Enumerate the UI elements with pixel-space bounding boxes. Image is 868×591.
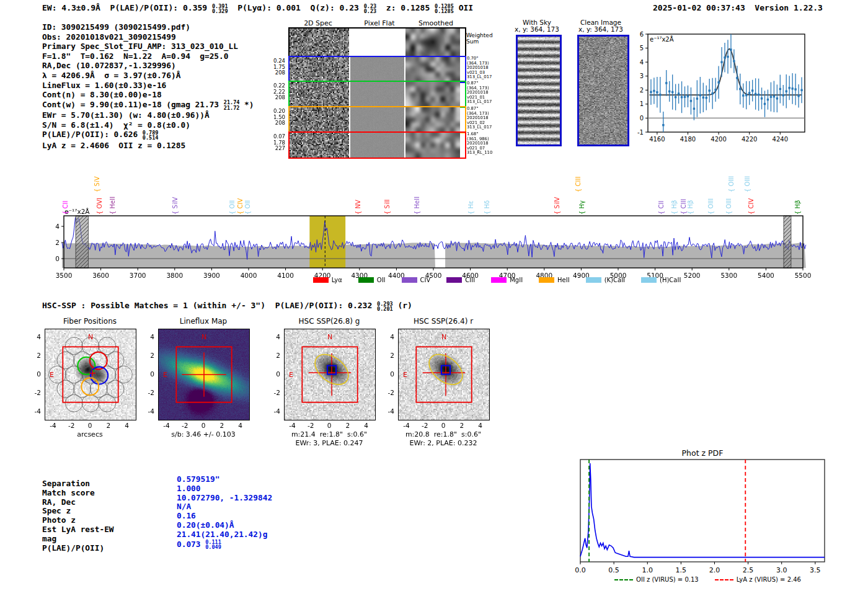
svg-text:4000: 4000 — [241, 272, 257, 279]
spectral-line-legend: LyαOIICIVCIIIMgIIHeII(K)CaII(H)CaII — [267, 277, 738, 283]
y-tick-label: -2 — [384, 389, 394, 396]
svg-text:2: 2 — [55, 239, 60, 246]
svg-text:2.0: 2.0 — [709, 566, 720, 574]
svg-text:N: N — [202, 333, 206, 341]
legend-swatch — [539, 277, 554, 283]
info-line: F=1.8" T=0.162 N=1.22 A=0.94 g=25.0 — [42, 51, 254, 61]
svg-text:{ OII: { OII — [229, 200, 236, 215]
x-tick-label: 2 — [104, 422, 113, 429]
svg-text:3700: 3700 — [130, 272, 146, 279]
svg-text:5500: 5500 — [795, 272, 812, 279]
spec2d-row-left-labels: 0.201.50208 — [264, 109, 285, 127]
legend-label: CIV — [420, 277, 431, 283]
cutout-xlabel: s/b: 3.46 +/- 0.103 — [171, 430, 236, 438]
y-tick-label: -4 — [31, 407, 41, 415]
svg-text:3500: 3500 — [56, 272, 73, 279]
stacked-fraction: 21.7421.72 — [224, 100, 240, 110]
svg-text:{ OIII: { OIII — [728, 176, 735, 192]
match-row-value: 21.41(21.40,21.42)g — [177, 530, 272, 540]
fraction-lower: 0.049 — [205, 544, 221, 550]
clean-image — [577, 35, 629, 146]
x-tick-label: 0 — [438, 422, 448, 429]
info-line: RA,Dec (10.072837,-1.329996) — [42, 61, 254, 71]
match-row-value: 0.20(±0.04)Å — [177, 521, 272, 530]
full-spectrum-plot: 0243500360037003800390040004100420043004… — [0, 158, 868, 288]
text-segment: RA,Dec (10.072837,-1.329996) — [42, 61, 176, 70]
y-tick-label: 2 — [144, 352, 154, 359]
weighted-sum-line: Sum — [466, 38, 493, 45]
smoothed-image — [405, 82, 460, 107]
fraction-lower: 21.72 — [224, 105, 240, 111]
legend-item: (K)CaII — [586, 277, 625, 283]
match-row-label: Separation — [42, 479, 114, 489]
match-row-label: mag — [42, 535, 114, 544]
summary-stats-line: EW: 4.3±0.9Å P(LAE)/P(OII): 0.359 0.3910… — [42, 3, 473, 14]
pixel-flat-image — [350, 133, 404, 158]
match-row-value: 1.000 — [177, 484, 272, 494]
photz-legend-swatch — [715, 579, 733, 580]
x-tick-label: 2 — [457, 422, 467, 429]
stacked-fraction: 0.7890.514 — [143, 130, 159, 141]
legend-swatch — [641, 277, 657, 283]
legend-swatch — [358, 277, 374, 283]
match-row-label: Spec z — [42, 507, 114, 516]
y-tick-label: 2 — [31, 352, 41, 359]
photz-legend-label: LyA z (VIRUS) = 2.46 — [737, 576, 801, 583]
legend-swatch — [313, 277, 329, 283]
svg-text:6: 6 — [640, 31, 644, 38]
text-segment: LineFlux = 1.60(±0.33)e-16 — [42, 81, 166, 90]
svg-text:{ CIV: { CIV — [748, 198, 755, 215]
x-tick-label: -2 — [180, 422, 190, 429]
svg-text:{ CIII: { CIII — [575, 177, 582, 192]
svg-text:0: 0 — [640, 115, 644, 122]
right-label-line: 313_LL_017 — [467, 75, 492, 80]
photz-legend-swatch — [614, 579, 633, 580]
x-tick-label: 4 — [236, 422, 246, 429]
weighted-sum-line: Weighted — [466, 32, 493, 38]
smoothed-image — [405, 107, 460, 132]
photz-legend: OII z (VIRUS) = 0.13LyA z (VIRUS) = 2.46 — [583, 576, 843, 583]
spec2d-col-header: Smoothed — [418, 19, 453, 27]
stacked-fraction: 0.3910.329 — [212, 4, 228, 14]
fraction-lower: 0.1285 — [435, 9, 454, 14]
svg-text:1.5: 1.5 — [676, 566, 687, 574]
y-tick-label: 4 — [31, 333, 41, 340]
spec2d-image — [290, 29, 349, 56]
svg-text:4220: 4220 — [742, 136, 757, 143]
cutout-overlay: NE — [285, 329, 375, 420]
legend-swatch — [491, 277, 507, 283]
legend-label: HeII — [557, 277, 570, 283]
photz-pdf-plot: 0.00.51.01.52.02.53.03.5 — [570, 456, 868, 574]
x-tick-label: 0 — [198, 422, 208, 429]
right-label-line: 313_LL_017 — [467, 100, 492, 105]
cutout-title: HSC SSP(26.8) g — [299, 317, 360, 326]
svg-text:{ OIII: { OIII — [707, 198, 714, 215]
y-tick-label: -2 — [270, 389, 280, 396]
legend-label: (H)CaII — [660, 277, 681, 283]
cutout-hsc_r: NE — [398, 329, 490, 420]
svg-text:{ CII: { CII — [62, 201, 69, 215]
smoothed-image — [405, 29, 460, 56]
photz-legend-item: OII z (VIRUS) = 0.13 — [614, 576, 699, 583]
info-line: S/N = 6.8(±1.4) χ² = 0.8(±0.0) — [42, 120, 254, 130]
x-tick-label: -4 — [287, 422, 297, 429]
svg-text:3.5: 3.5 — [810, 566, 821, 574]
svg-text:{ Hδ: { Hδ — [484, 200, 490, 215]
svg-text:5400: 5400 — [758, 272, 774, 279]
pixel-flat-image — [350, 57, 404, 82]
hsc-ssp-header: HSC-SSP : Possible Matches = 1 (within +… — [42, 301, 412, 312]
cutout-title: Lineflux Map — [180, 317, 227, 326]
photz-legend-item: LyA z (VIRUS) = 2.46 — [715, 576, 801, 583]
svg-text:e⁻¹⁷x2Å: e⁻¹⁷x2Å — [650, 35, 674, 43]
match-row-label: RA, Dec — [42, 498, 114, 507]
svg-text:4240: 4240 — [773, 136, 788, 143]
stacked-fraction: 0.230.23 — [364, 4, 376, 14]
svg-text:N: N — [327, 333, 332, 341]
y-tick-label: -4 — [144, 407, 154, 415]
match-row-value: 0.073 0.1110.049 — [177, 540, 272, 550]
text-segment: λ = 4206.9Å σ = 3.97(±0.76)Å — [42, 71, 180, 80]
x-tick-label: -4 — [48, 422, 58, 429]
cutout-caption: EWr: 2, PLAE: 0.232 — [409, 439, 477, 447]
spec2d-image — [290, 107, 349, 132]
x-tick-label: 4 — [122, 422, 132, 429]
